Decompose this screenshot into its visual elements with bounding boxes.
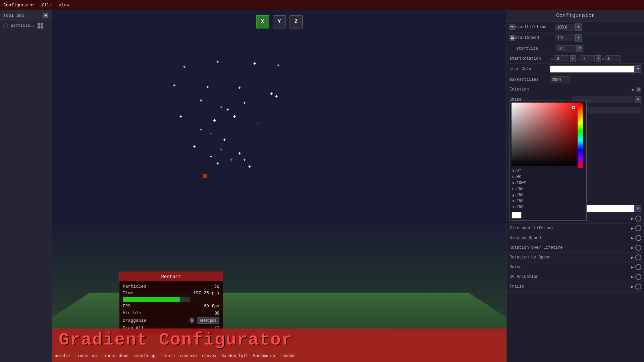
- color-gradient-area[interactable]: [512, 103, 582, 166]
- shape-dropdown[interactable]: ▼: [635, 96, 641, 103]
- x-axis-label: x: [551, 57, 553, 61]
- x-axis-button[interactable]: X: [256, 15, 269, 28]
- particle: +: [238, 151, 241, 156]
- size-by-speed-label: Size by Speed: [509, 236, 630, 240]
- rotation-y-dropdown[interactable]: ▼: [596, 55, 601, 62]
- size-over-lifetime-toggle[interactable]: [635, 225, 641, 231]
- viewport: X Y Z ✚ ✚ ✚ ✚ ✚ ✚ + ✚ + ✚ ✚ + + + ✚ + + …: [52, 10, 506, 362]
- collapse-arrow[interactable]: ◄: [43, 13, 48, 18]
- rotation-y-input[interactable]: [580, 55, 595, 62]
- start-color-dropdown[interactable]: ▼: [635, 65, 641, 73]
- bri-value: b:100%: [512, 181, 526, 185]
- visible-radio[interactable]: [215, 311, 219, 315]
- grad-btn-middle[interactable]: middle: [55, 353, 70, 358]
- particle: +: [257, 121, 259, 126]
- menu-view[interactable]: view: [59, 3, 69, 8]
- emission-expand[interactable]: ⊞: [636, 87, 641, 92]
- particle: +: [230, 158, 232, 163]
- reset-pos-button[interactable]: reset pos: [197, 317, 219, 324]
- size-by-speed-arrow[interactable]: ▶: [631, 236, 634, 241]
- draggable-radio[interactable]: [190, 318, 194, 323]
- green-row: g:255: [512, 192, 585, 198]
- particle: +: [179, 114, 182, 119]
- start-size-dropdown[interactable]: ▼: [577, 45, 583, 52]
- grad-btn-smooth[interactable]: smooth: [160, 353, 175, 358]
- color-swatch-white[interactable]: [512, 212, 522, 219]
- start-speed-input[interactable]: [555, 35, 575, 41]
- info-panel-body: Particles 51 Time 197.25 (s) FPS 60 fps …: [119, 281, 223, 335]
- color-by-speed-arrow[interactable]: ▶: [631, 216, 634, 221]
- color-hue-bar[interactable]: [578, 104, 583, 168]
- green-value: g:255: [512, 193, 524, 197]
- alpha-value: a:255: [512, 205, 524, 209]
- particle: ✚: [220, 104, 222, 110]
- color-picker-main: [512, 103, 585, 168]
- grad-btn-convex[interactable]: convex: [202, 353, 216, 358]
- rotation-by-speed-label: Rotation by Speed: [509, 255, 630, 260]
- particles-value: 51: [214, 284, 219, 289]
- grad-btn-linear-down[interactable]: linear down: [102, 353, 128, 358]
- start-color-label: startColor: [509, 67, 550, 71]
- particle-item[interactable]: particle..: [0, 21, 52, 31]
- y-axis-button[interactable]: Y: [273, 15, 286, 28]
- start-speed-dropdown[interactable]: ▼: [575, 34, 582, 42]
- start-lifetime-input[interactable]: [555, 24, 575, 31]
- size-by-speed-toggle[interactable]: [635, 235, 641, 241]
- noise-toggle[interactable]: [635, 264, 641, 270]
- start-speed-row: 💾 startSpeed ▼: [507, 33, 644, 43]
- restart-button[interactable]: Restart: [161, 274, 181, 280]
- particles-row: Particles 51: [123, 284, 219, 289]
- grad-btn-concave[interactable]: concave: [180, 353, 197, 358]
- particle: +: [210, 154, 212, 160]
- progress-bar-fill: [123, 297, 180, 302]
- emission-arrow: ▶: [632, 87, 634, 92]
- rotation-by-speed-toggle[interactable]: [635, 254, 641, 260]
- start-lifetime-dropdown[interactable]: ▼: [575, 23, 582, 31]
- grad-btn-random[interactable]: random: [280, 353, 294, 358]
- trails-arrow[interactable]: ▶: [631, 284, 634, 289]
- sat-value: s:0%: [512, 175, 521, 179]
- z-axis-button[interactable]: Z: [289, 15, 303, 28]
- particle: ✚: [183, 64, 185, 69]
- grad-btn-smooth-up[interactable]: smooth up: [133, 353, 155, 358]
- grad-btn-random-full[interactable]: Random full: [221, 353, 248, 358]
- particle: +: [216, 161, 219, 166]
- size-over-lifetime-label: Size over Lifetime: [509, 226, 630, 231]
- red-square-particle: [203, 174, 207, 178]
- rotation-z-input[interactable]: [605, 55, 621, 62]
- particle: +: [275, 94, 278, 99]
- start-color-swatch[interactable]: [550, 65, 635, 73]
- grad-btn-random-up[interactable]: Random up: [253, 353, 275, 358]
- color-by-speed-toggle[interactable]: [635, 216, 641, 222]
- trails-toggle[interactable]: [635, 284, 641, 290]
- gradient-title: Gradient Configurator: [52, 328, 506, 352]
- toolbox-header: Tool Box ◄: [0, 10, 52, 21]
- uv-animation-arrow[interactable]: ▶: [631, 275, 634, 280]
- max-particles-input[interactable]: [550, 76, 570, 83]
- particle: ✚: [216, 59, 219, 64]
- rotation-x-input[interactable]: [554, 55, 569, 62]
- save-icon: 💾: [509, 35, 515, 41]
- rotation-over-lifetime-arrow[interactable]: ▶: [631, 245, 634, 250]
- start-size-label: startSize: [516, 46, 556, 51]
- color-dropdown[interactable]: ▼: [635, 205, 641, 212]
- left-toolbar: Tool Box ◄ particle..: [0, 10, 52, 362]
- gradient-banner: Gradient Configurator middle linear up l…: [52, 328, 506, 362]
- noise-arrow[interactable]: ▶: [631, 265, 634, 270]
- hue-row: h:9°: [512, 168, 585, 174]
- rotation-over-lifetime-row: Rotation over Lifetime ▶: [507, 243, 644, 253]
- rotation-by-speed-arrow[interactable]: ▶: [631, 255, 634, 260]
- rotation-over-lifetime-toggle[interactable]: [635, 245, 641, 251]
- grad-btn-linear-up[interactable]: linear up: [75, 353, 97, 358]
- titlebar: Configurator file view: [0, 0, 644, 10]
- menu-file[interactable]: file: [42, 3, 52, 8]
- start-size-input[interactable]: [556, 45, 577, 52]
- fps-row: FPS 60 fps: [123, 304, 219, 309]
- uv-animation-toggle[interactable]: [635, 274, 641, 280]
- time-label: Time: [123, 291, 133, 296]
- axis-buttons: X Y Z: [256, 15, 303, 28]
- rotation-x-dropdown[interactable]: ▼: [570, 55, 576, 62]
- size-over-lifetime-arrow[interactable]: ▶: [631, 226, 634, 231]
- sat-row: s:0%: [512, 174, 585, 180]
- draggable-radio-group: reset pos: [190, 317, 219, 324]
